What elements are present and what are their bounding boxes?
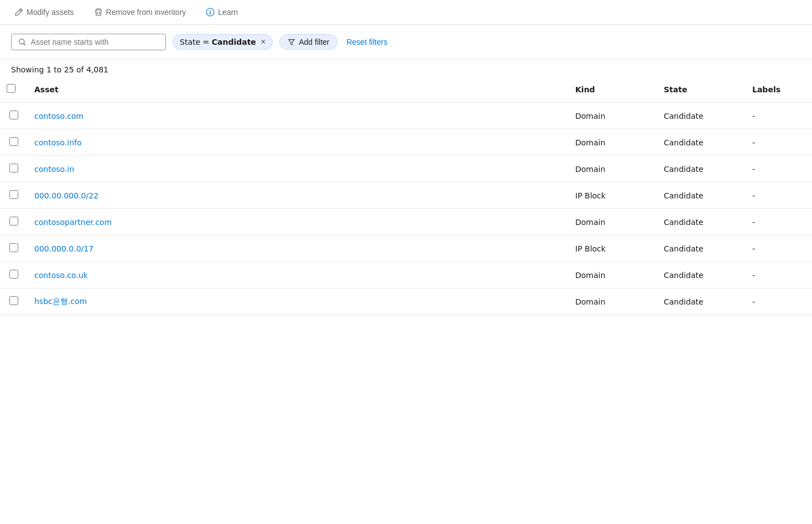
- row-checkbox[interactable]: [9, 137, 18, 146]
- row-checkbox[interactable]: [9, 164, 18, 172]
- search-icon: [18, 38, 27, 46]
- table-row: contosopartner.com Domain Candidate -: [0, 209, 812, 235]
- modify-assets-button[interactable]: Modify assets: [11, 6, 77, 19]
- asset-cell: hsbc은행.com: [28, 289, 569, 315]
- state-cell: Candidate: [657, 289, 746, 315]
- asset-link[interactable]: contosopartner.com: [34, 218, 112, 227]
- state-cell: Candidate: [657, 156, 746, 182]
- row-checkbox[interactable]: [9, 190, 18, 199]
- kind-cell: Domain: [569, 156, 657, 182]
- asset-link[interactable]: 000.00.000.0/22: [34, 191, 98, 200]
- info-icon: [206, 8, 215, 17]
- search-box[interactable]: [11, 34, 166, 50]
- state-column-header: State: [657, 76, 746, 103]
- modify-assets-label: Modify assets: [27, 8, 74, 17]
- asset-table: Asset Kind State Labels contoso.com Doma…: [0, 76, 812, 315]
- reset-filters-button[interactable]: Reset filters: [344, 35, 389, 49]
- svg-point-1: [19, 39, 24, 44]
- asset-cell: 000.000.0.0/17: [28, 235, 569, 262]
- toolbar: Modify assets Remove from inventory Lear…: [0, 0, 812, 25]
- labels-cell: -: [746, 156, 812, 182]
- filter-chip-label: State = Candidate: [180, 38, 256, 46]
- state-cell: Candidate: [657, 235, 746, 262]
- table-row: 000.000.0.0/17 IP Block Candidate -: [0, 235, 812, 262]
- row-checkbox[interactable]: [9, 270, 18, 279]
- learn-label: Learn: [218, 8, 238, 17]
- asset-cell: contoso.in: [28, 156, 569, 182]
- search-input[interactable]: [31, 38, 159, 46]
- asset-cell: 000.00.000.0/22: [28, 182, 569, 209]
- asset-link[interactable]: hsbc은행.com: [34, 297, 87, 306]
- state-cell: Candidate: [657, 129, 746, 156]
- row-checkbox[interactable]: [9, 111, 18, 119]
- remove-from-inventory-label: Remove from inventory: [106, 8, 186, 17]
- kind-cell: Domain: [569, 103, 657, 129]
- labels-cell: -: [746, 182, 812, 209]
- kind-cell: Domain: [569, 262, 657, 289]
- table-row: hsbc은행.com Domain Candidate -: [0, 289, 812, 315]
- asset-cell: contoso.co.uk: [28, 262, 569, 289]
- state-cell: Candidate: [657, 262, 746, 289]
- select-all-checkbox[interactable]: [7, 84, 15, 93]
- state-cell: Candidate: [657, 209, 746, 235]
- row-checkbox[interactable]: [9, 217, 18, 226]
- filter-bar: State = Candidate × Add filter Reset fil…: [0, 25, 812, 60]
- asset-link[interactable]: contoso.info: [34, 138, 82, 147]
- asset-link[interactable]: contoso.com: [34, 112, 84, 120]
- labels-cell: -: [746, 209, 812, 235]
- row-checkbox-cell[interactable]: [0, 103, 28, 129]
- asset-cell: contosopartner.com: [28, 209, 569, 235]
- asset-link[interactable]: contoso.in: [34, 165, 74, 174]
- pencil-icon: [14, 8, 23, 17]
- asset-column-header: Asset: [28, 76, 569, 103]
- labels-cell: -: [746, 103, 812, 129]
- kind-cell: Domain: [569, 129, 657, 156]
- filter-chip-close-button[interactable]: ×: [261, 38, 266, 46]
- state-cell: Candidate: [657, 182, 746, 209]
- asset-cell: contoso.com: [28, 103, 569, 129]
- add-filter-button[interactable]: Add filter: [279, 34, 337, 50]
- remove-from-inventory-button[interactable]: Remove from inventory: [91, 6, 190, 19]
- table-row: contoso.info Domain Candidate -: [0, 129, 812, 156]
- row-checkbox[interactable]: [9, 243, 18, 252]
- row-checkbox-cell[interactable]: [0, 262, 28, 289]
- labels-cell: -: [746, 235, 812, 262]
- row-checkbox-cell[interactable]: [0, 235, 28, 262]
- kind-column-header: Kind: [569, 76, 657, 103]
- asset-cell: contoso.info: [28, 129, 569, 156]
- table-row: contoso.co.uk Domain Candidate -: [0, 262, 812, 289]
- row-checkbox-cell[interactable]: [0, 156, 28, 182]
- row-checkbox-cell[interactable]: [0, 209, 28, 235]
- learn-button[interactable]: Learn: [202, 6, 241, 19]
- labels-cell: -: [746, 262, 812, 289]
- row-checkbox-cell[interactable]: [0, 182, 28, 209]
- row-checkbox-cell[interactable]: [0, 289, 28, 315]
- table-row: contoso.in Domain Candidate -: [0, 156, 812, 182]
- labels-cell: -: [746, 289, 812, 315]
- row-checkbox[interactable]: [9, 296, 18, 305]
- state-filter-chip: State = Candidate ×: [173, 34, 273, 50]
- asset-link[interactable]: contoso.co.uk: [34, 271, 88, 280]
- funnel-icon: [288, 38, 295, 46]
- add-filter-label: Add filter: [299, 38, 329, 46]
- kind-cell: Domain: [569, 289, 657, 315]
- table-header-row: Asset Kind State Labels: [0, 76, 812, 103]
- state-cell: Candidate: [657, 103, 746, 129]
- kind-cell: IP Block: [569, 235, 657, 262]
- select-all-header[interactable]: [0, 76, 28, 103]
- kind-cell: IP Block: [569, 182, 657, 209]
- labels-column-header: Labels: [746, 76, 812, 103]
- showing-count: Showing 1 to 25 of 4,081: [0, 60, 812, 76]
- table-row: 000.00.000.0/22 IP Block Candidate -: [0, 182, 812, 209]
- labels-cell: -: [746, 129, 812, 156]
- asset-link[interactable]: 000.000.0.0/17: [34, 244, 93, 253]
- table-row: contoso.com Domain Candidate -: [0, 103, 812, 129]
- kind-cell: Domain: [569, 209, 657, 235]
- trash-icon: [94, 8, 103, 17]
- row-checkbox-cell[interactable]: [0, 129, 28, 156]
